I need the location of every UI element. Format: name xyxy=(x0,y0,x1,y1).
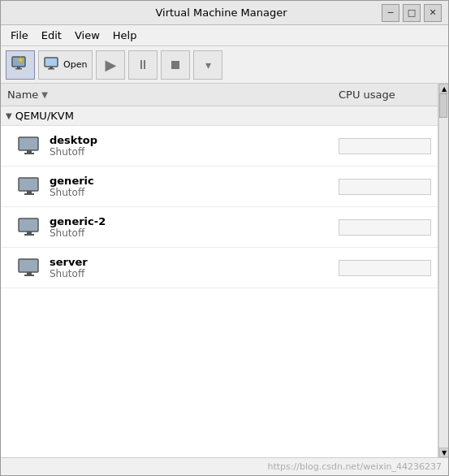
cpu-bar-bg xyxy=(339,138,431,154)
vm-server-details: server Shutoff xyxy=(50,256,88,279)
run-icon: ▶ xyxy=(105,56,116,73)
vm-generic-cpu xyxy=(332,179,438,195)
status-bar: https://blog.csdn.net/weixin_44236237 xyxy=(1,457,448,475)
vm-desktop-info: desktop Shutoff xyxy=(1,129,332,162)
vm-generic-icon xyxy=(17,176,43,197)
svg-rect-11 xyxy=(27,191,32,193)
svg-rect-1 xyxy=(17,67,20,68)
vm-generic2-name: generic-2 xyxy=(50,215,106,227)
scroll-down-button[interactable]: ▼ xyxy=(439,448,448,457)
vm-server-name: server xyxy=(50,256,88,268)
new-vm-icon xyxy=(11,56,29,74)
run-button[interactable]: ▶ xyxy=(96,50,125,80)
scrollbar-track xyxy=(439,93,448,448)
close-button[interactable]: ✕ xyxy=(424,4,442,22)
qemu-kvm-group[interactable]: ▼ QEMU/KVM xyxy=(1,106,438,126)
cpu-bar-bg xyxy=(339,219,431,236)
svg-rect-17 xyxy=(27,272,32,275)
vm-server-icon xyxy=(17,257,43,279)
stop-button[interactable]: ⏹ xyxy=(161,50,190,80)
vm-row[interactable]: server Shutoff xyxy=(1,248,438,288)
vm-generic2-info: generic-2 Shutoff xyxy=(1,210,332,244)
open-button[interactable]: Open xyxy=(38,50,93,80)
menu-view[interactable]: View xyxy=(68,28,106,43)
name-column-header: Name ▼ xyxy=(1,85,332,104)
vm-desktop-details: desktop Shutoff xyxy=(50,134,97,158)
vm-generic-name: generic xyxy=(50,175,94,187)
window-controls: ─ □ ✕ xyxy=(382,4,442,22)
scrollbar-thumb[interactable] xyxy=(439,93,447,118)
vm-desktop-icon xyxy=(17,136,43,157)
main-content: Name ▼ CPU usage ▼ QEMU/KVM xyxy=(1,84,448,457)
maximize-button[interactable]: □ xyxy=(403,4,421,22)
svg-rect-14 xyxy=(27,232,32,234)
menu-file[interactable]: File xyxy=(4,28,35,43)
vm-server-cpu xyxy=(332,260,438,276)
watermark-text: https://blog.csdn.net/weixin_44236237 xyxy=(267,461,442,472)
svg-rect-16 xyxy=(19,259,38,272)
stop-icon: ⏹ xyxy=(169,57,182,72)
title-bar: Virtual Machine Manager ─ □ ✕ xyxy=(1,1,448,25)
vm-server-status: Shutoff xyxy=(50,268,88,279)
menu-help[interactable]: Help xyxy=(106,28,144,43)
cpu-bar-bg xyxy=(339,260,431,276)
vm-row[interactable]: generic Shutoff xyxy=(1,167,438,207)
monitor-icon xyxy=(44,56,60,73)
right-scrollbar[interactable]: ▲ ▼ xyxy=(438,84,448,457)
toolbar: Open ▶ ⏸ ⏹ ▾ xyxy=(1,46,448,84)
svg-rect-9 xyxy=(24,153,34,154)
vm-row[interactable]: generic-2 Shutoff xyxy=(1,207,438,248)
svg-rect-5 xyxy=(50,67,53,68)
vm-generic2-status: Shutoff xyxy=(50,227,106,239)
vm-list: Name ▼ CPU usage ▼ QEMU/KVM xyxy=(1,84,438,457)
svg-rect-12 xyxy=(24,193,34,195)
new-vm-button[interactable] xyxy=(6,50,35,80)
svg-rect-2 xyxy=(15,68,22,70)
scroll-up-button[interactable]: ▲ xyxy=(439,84,448,93)
actions-dropdown-button[interactable]: ▾ xyxy=(193,50,222,80)
svg-rect-13 xyxy=(19,219,38,232)
menu-bar: File Edit View Help xyxy=(1,25,448,46)
cpu-bar-bg xyxy=(339,179,431,195)
dropdown-arrow-icon: ▾ xyxy=(205,58,211,71)
window-title: Virtual Machine Manager xyxy=(61,6,382,19)
group-label: QEMU/KVM xyxy=(15,110,74,122)
svg-rect-7 xyxy=(19,137,38,150)
svg-rect-6 xyxy=(48,68,54,70)
list-header: Name ▼ CPU usage xyxy=(1,84,438,106)
vm-desktop-status: Shutoff xyxy=(50,146,97,158)
vm-row[interactable]: desktop Shutoff xyxy=(1,126,438,167)
main-window: Virtual Machine Manager ─ □ ✕ File Edit … xyxy=(0,0,449,476)
pause-icon: ⏸ xyxy=(136,57,149,72)
svg-rect-8 xyxy=(27,150,32,153)
menu-edit[interactable]: Edit xyxy=(35,28,68,43)
vm-desktop-cpu xyxy=(332,138,438,154)
group-expand-icon: ▼ xyxy=(6,111,12,120)
vm-generic-details: generic Shutoff xyxy=(50,175,94,198)
vm-server-info: server Shutoff xyxy=(1,251,332,284)
svg-rect-4 xyxy=(45,58,58,67)
vm-generic-info: generic Shutoff xyxy=(1,170,332,203)
open-label: Open xyxy=(63,59,87,70)
vm-generic-status: Shutoff xyxy=(50,187,94,198)
vm-generic2-cpu xyxy=(332,219,438,236)
pause-button[interactable]: ⏸ xyxy=(128,50,158,80)
vm-desktop-name: desktop xyxy=(50,134,97,146)
cpu-column-header: CPU usage xyxy=(332,85,438,104)
minimize-button[interactable]: ─ xyxy=(382,4,399,22)
vm-generic2-details: generic-2 Shutoff xyxy=(50,215,106,239)
svg-rect-15 xyxy=(24,234,34,236)
svg-rect-18 xyxy=(24,275,34,276)
sort-arrow-icon[interactable]: ▼ xyxy=(41,90,48,99)
svg-rect-10 xyxy=(19,178,38,191)
vm-generic2-icon xyxy=(17,217,43,238)
